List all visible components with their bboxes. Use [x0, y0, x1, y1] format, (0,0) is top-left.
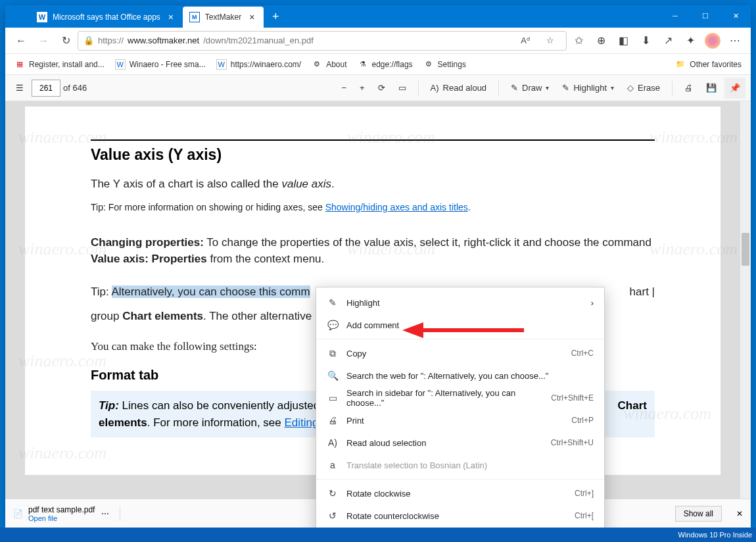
draw-button[interactable]: ✎Draw▾	[506, 78, 554, 99]
zoom-in-button[interactable]: +	[354, 78, 370, 99]
menu-item-icon: ✎	[327, 297, 339, 308]
menu-item-label: Add comment	[346, 320, 594, 330]
zoom-out-button[interactable]: −	[336, 78, 352, 99]
close-tab-icon[interactable]: ×	[166, 12, 176, 22]
tracking-icon[interactable]: ◧	[613, 30, 634, 51]
favorite-link[interactable]: Whttps://winaero.com/	[212, 57, 305, 72]
favorite-link[interactable]: WWinaero - Free sma...	[111, 57, 210, 72]
save-button[interactable]: 💾	[701, 78, 722, 99]
pdf-toolbar: ☰ of 646 − + ⟳ ▭ A)Read aloud ✎Draw▾ ✎Hi…	[5, 75, 751, 101]
file-icon: 📄	[13, 509, 23, 518]
context-menu-item[interactable]: ▭Search in sidebar for ": Alternatively,…	[316, 387, 604, 409]
share-icon[interactable]: ↗	[657, 30, 678, 51]
pin-toolbar-button[interactable]: 📌	[724, 78, 745, 99]
collections-icon[interactable]: ⊕	[590, 30, 611, 51]
fit-page-button[interactable]: ▭	[393, 78, 412, 99]
menu-item-shortcut: Ctrl+Shift+E	[551, 393, 594, 403]
speaker-icon: A)	[431, 83, 439, 93]
scrollbar[interactable]	[740, 101, 751, 499]
read-aloud-button[interactable]: A)Read aloud	[425, 78, 492, 99]
menu-item-label: Search the web for ": Alternatively, you…	[346, 371, 594, 381]
profile-avatar[interactable]	[702, 30, 723, 51]
favorite-link[interactable]: ⚗edge://flags	[354, 57, 417, 72]
highlight-button[interactable]: ✎Highlight▾	[557, 78, 619, 99]
context-menu-item[interactable]: ✎Highlight›	[316, 291, 604, 314]
menu-item-label: Rotate clockwise	[346, 489, 567, 499]
menu-item-shortcut: Ctrl+]	[575, 489, 594, 498]
gear-icon: ⚙	[312, 59, 322, 70]
extensions-icon[interactable]: ✦	[680, 30, 701, 51]
context-menu-item[interactable]: 💬Add comment	[316, 314, 604, 336]
fav-label: https://winaero.com/	[231, 60, 301, 69]
menu-item-label: Copy	[346, 349, 563, 358]
scrollbar-thumb[interactable]	[742, 233, 749, 266]
pen-icon: ✎	[511, 83, 518, 93]
favorites-icon[interactable]: ✩	[568, 30, 589, 51]
context-menu: ✎Highlight›💬Add comment⧉CopyCtrl+C🔍Searc…	[316, 287, 605, 542]
more-menu-button[interactable]: ⋯	[724, 30, 745, 51]
fav-label: Other favorites	[690, 60, 742, 69]
context-menu-item[interactable]: ↻Rotate clockwiseCtrl+]	[316, 482, 604, 505]
maximize-button[interactable]: ☐	[690, 5, 721, 26]
close-bar-icon[interactable]: ✕	[736, 509, 743, 518]
download-item[interactable]: 📄 pdf text sample.pdf Open file	[13, 505, 95, 522]
grid-icon: ▦	[14, 59, 25, 70]
menu-item-icon: ↻	[327, 488, 339, 499]
other-favorites[interactable]: 📁Other favorites	[671, 57, 745, 72]
favicon-w-icon: W	[216, 59, 227, 70]
tab-strip: W Microsoft says that Office apps × M Te…	[5, 5, 660, 28]
menu-item-shortcut: Ctrl+Shift+U	[551, 438, 594, 447]
url-scheme: https://	[98, 36, 124, 45]
favorite-link[interactable]: ⚙Settings	[419, 57, 470, 72]
tab-inactive[interactable]: W Microsoft says that Office apps ×	[30, 7, 183, 28]
context-menu-item[interactable]: A)Read aloud selectionCtrl+Shift+U	[316, 431, 604, 454]
link[interactable]: Editing	[285, 416, 319, 429]
print-button[interactable]: 🖨	[679, 78, 698, 99]
paragraph: Changing properties: To change the prope…	[91, 234, 655, 268]
menu-item-icon: ▭	[327, 393, 339, 403]
label: Highlight	[573, 83, 607, 93]
tab-label: TextMaker	[205, 12, 241, 22]
titlebar: W Microsoft says that Office apps × M Te…	[5, 5, 751, 28]
favorite-link[interactable]: ⚙About	[308, 57, 350, 72]
menu-item-label: Translate selection to Bosnian (Latin)	[346, 460, 594, 470]
new-tab-button[interactable]: +	[266, 7, 285, 26]
page-number-input[interactable]	[32, 80, 60, 97]
erase-button[interactable]: ◇Erase	[622, 78, 665, 99]
window-controls: ─ ☐ ✕	[660, 5, 751, 28]
label: Draw	[522, 83, 542, 93]
fav-label: Settings	[438, 60, 466, 69]
url-input[interactable]: 🔒 https://www.softmaker.net/down/tm2021m…	[78, 31, 567, 51]
favorite-star-icon[interactable]: ☆	[540, 30, 561, 51]
context-menu-item[interactable]: 🖨PrintCtrl+P	[316, 409, 604, 431]
rotate-button[interactable]: ⟳	[373, 78, 390, 99]
context-menu-item[interactable]: ⧉CopyCtrl+C	[316, 342, 604, 364]
downloads-icon[interactable]: ⬇	[635, 30, 656, 51]
close-tab-icon[interactable]: ×	[247, 12, 257, 22]
fav-label: Register, install and...	[29, 60, 105, 69]
close-window-button[interactable]: ✕	[721, 5, 751, 26]
tab-active[interactable]: M TextMaker ×	[183, 7, 264, 28]
show-all-button[interactable]: Show all	[675, 506, 722, 522]
menu-item-icon: a	[327, 460, 339, 470]
forward-button[interactable]: →	[33, 30, 54, 51]
paragraph: The Y axis of a chart is also called the…	[91, 176, 655, 193]
tab-label: Microsoft says that Office apps	[53, 12, 160, 22]
open-file-link[interactable]: Open file	[28, 514, 95, 522]
contents-toggle[interactable]: ☰	[11, 78, 29, 99]
context-menu-item[interactable]: ↺Rotate counterclockwiseCtrl+[	[316, 505, 604, 527]
menu-item-icon: 🔍	[327, 370, 339, 381]
link[interactable]: Showing/hiding axes and axis titles	[325, 202, 468, 212]
tts-icon[interactable]: Aᵈ	[515, 30, 536, 51]
menu-item-shortcut: Ctrl+C	[571, 349, 594, 358]
favorite-link[interactable]: ▦Register, install and...	[11, 57, 108, 72]
highlighter-icon: ✎	[562, 83, 569, 93]
back-button[interactable]: ←	[11, 30, 32, 51]
more-icon[interactable]: ⋯	[101, 509, 109, 518]
context-menu-item[interactable]: 🔍Search the web for ": Alternatively, yo…	[316, 364, 604, 387]
menu-item-label: Rotate counterclockwise	[346, 511, 567, 521]
eraser-icon: ◇	[627, 83, 634, 93]
minimize-button[interactable]: ─	[660, 5, 690, 26]
refresh-button[interactable]: ↻	[55, 30, 76, 51]
menu-item-icon: ⧉	[327, 348, 339, 359]
